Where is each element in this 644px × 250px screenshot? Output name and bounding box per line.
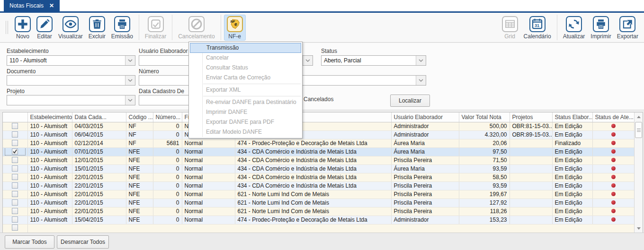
table-cell [510,198,552,207]
table-row[interactable]: 110 - Alumisoft15/04/2015NFE0Normal474 -… [3,216,634,224]
toolbar-button-emissao[interactable]: Emissão [108,15,136,41]
marcar-todos-button[interactable]: Marcar Todos [5,235,54,249]
header-codigo[interactable]: Código ... [126,112,153,122]
documento-combobox[interactable] [7,75,135,86]
toolbar-separator [557,15,557,40]
header-valor-total-nota[interactable]: Valor Total Nota [459,112,510,122]
row-checkbox[interactable] [12,174,18,180]
table-row[interactable]: 110 - Alumisoft22/01/2015NFE0Normal621 -… [3,190,634,198]
chevron-down-icon[interactable] [416,56,426,65]
table-cell: 110 - Alumisoft [27,173,72,181]
table-row[interactable]: 110 - Alumisoft22/01/2015NFE0Normal621 -… [3,198,634,207]
menu-item-enviar-carta-de-correcao: Enviar Carta de Correção [189,73,302,83]
menu-item-consultar-status: Consultar Status [189,63,302,73]
tab-notas-fiscais[interactable]: Notas Fiscais ✕ [4,0,60,11]
header-estabelecimento[interactable]: Estabelecimento [27,112,72,122]
toolbar-button-editar[interactable]: Editar [34,15,55,41]
toolbar-separator [172,15,172,40]
table-row[interactable]: 110 - Alumisoft07/01/2015NFE0Normal434 -… [3,147,634,156]
nfe-dropdown-menu: TransmissãoCancelarConsultar StatusEnvia… [188,42,303,138]
status-combobox[interactable]: Aberto, Parcial [321,55,426,66]
status-red-dot-icon [611,183,616,188]
notas-fiscais-window: Notas Fiscais ✕ NovoEditarVisualizarExcl… [0,0,644,250]
table-row[interactable]: 110 - Alumisoft12/01/2015NFE0Normal434 -… [3,156,634,164]
status-cell [592,139,634,147]
table-row[interactable]: 110 - Alumisoft06/04/2015NF0NormalAdmini… [3,130,634,139]
table-cell: 58,50 [459,173,510,181]
row-checkbox-cell [3,173,27,181]
table-cell: NFE [126,181,153,190]
pencil-icon [36,16,53,32]
table-row[interactable]: 110 - Alumisoft22/01/2015NFE0Normal434 -… [3,173,634,181]
table-cell: NF [126,130,153,139]
toolbar-button-atualizar[interactable]: Atualizar [560,15,588,41]
chevron-down-icon[interactable] [125,56,135,65]
header-projetos[interactable]: Projetos [510,112,552,122]
row-checkbox[interactable] [12,140,18,146]
table-cell: 02/12/2014 [72,139,126,147]
toolbar-grip[interactable] [6,21,8,34]
chevron-down-icon[interactable] [416,76,426,85]
grid-icon [502,16,518,32]
table-cell: Em Edição [552,156,592,164]
row-checkbox[interactable] [12,131,18,138]
close-icon[interactable]: ✕ [49,3,54,9]
header-status-atendimento[interactable]: Status de Ate... [592,112,634,122]
table-row[interactable]: 110 - Alumisoft22/01/2015NFE0Normal621 -… [3,207,634,216]
row-checkbox[interactable] [12,148,18,155]
row-checkbox-cell [3,190,27,198]
vertical-scrollbar[interactable] [634,112,643,233]
table-row[interactable]: 110 - Alumisoft04/03/2015NF0NormalAdmini… [3,122,634,130]
toolbar-button-exportar[interactable]: Exportar [614,15,641,41]
toolbar-button-visualizar[interactable]: Visualizar [55,15,86,41]
desmarcar-todos-button[interactable]: Desmarcar Todos [57,235,109,249]
header-status-elaboracao[interactable]: Status Elabor... [552,112,592,122]
toolbar-button-excluir[interactable]: Excluir [86,15,108,41]
row-checkbox[interactable] [12,123,18,129]
chevron-down-icon[interactable] [125,95,135,105]
chevron-down-icon[interactable] [303,56,313,65]
row-checkbox-cell [3,224,27,233]
row-checkbox[interactable] [12,208,18,214]
header-usuario-elaborador[interactable]: Usuário Elaborador [391,112,459,122]
table-row[interactable]: 110 - Alumisoft02/12/2014NF5681Normal474… [3,139,634,147]
table-cell: Priscila Pereira [391,198,459,207]
table-cell [510,190,552,198]
row-checkbox[interactable] [12,216,18,223]
table-cell: Em Edição [552,122,592,130]
table-cell [27,224,634,233]
status-cell [592,122,634,130]
localizar-button[interactable]: Localizar [390,95,430,107]
scrollbar-thumb[interactable] [635,122,642,138]
header-data-cadastro[interactable]: Data Cada... [72,112,126,122]
toolbar-button-label: Visualizar [58,33,83,40]
menu-separator [203,84,301,84]
toolbar-button-imprimir[interactable]: Imprimir [588,15,614,41]
table-cell: 0 [153,181,182,190]
toolbar-button-label: Exportar [617,33,638,40]
row-checkbox[interactable] [12,199,18,206]
scroll-down-icon[interactable] [635,224,643,233]
table-row[interactable]: 110 - Alumisoft15/01/2015NFE0Normal434 -… [3,164,634,173]
toolbar-button-finalizar: Finalizar [142,15,169,41]
row-checkbox[interactable] [12,157,18,163]
table-row[interactable]: 110 - Alumisoft22/01/2015NFE0Normal434 -… [3,181,634,190]
row-checkbox[interactable] [12,182,18,189]
toolbar-button-novo[interactable]: Novo [12,15,34,41]
menu-item-transmissao[interactable]: Transmissão [190,43,301,53]
header-checkbox-column[interactable] [3,112,27,122]
projeto-combobox[interactable] [7,95,135,105]
scroll-up-icon[interactable] [635,113,643,121]
chevron-down-icon[interactable] [125,76,135,85]
table-cell: Administrador [391,216,459,224]
header-numero[interactable]: Número... [153,112,182,122]
row-checkbox[interactable] [12,165,18,172]
toolbar-button-calendario[interactable]: 31Calendário [521,15,554,41]
notas-grid: Estabelecimento Data Cada... Código ... … [2,112,643,233]
table-cell: 07/01/2015 [72,147,126,156]
trash-icon [89,16,105,32]
row-checkbox[interactable] [12,191,18,197]
estabelecimento-combobox[interactable]: 110 - Alumisoft [7,55,135,66]
toolbar-button-nf-e[interactable]: NFeNF-e [224,15,246,41]
table-cell: 110 - Alumisoft [27,190,72,198]
